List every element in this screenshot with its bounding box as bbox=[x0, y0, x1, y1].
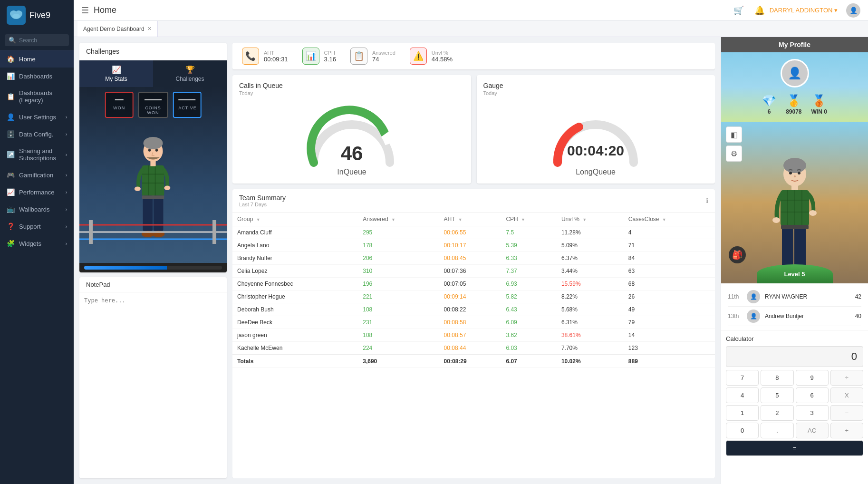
sidebar-item-user-settings[interactable]: 👤 User Settings › bbox=[0, 108, 74, 126]
sidebar-item-support[interactable]: ❓ Support › bbox=[0, 218, 74, 235]
cell-unvl: 11.28% bbox=[557, 226, 624, 239]
sidebar-item-sharing[interactable]: ↗️ Sharing and Subscriptions › bbox=[0, 143, 74, 166]
col-cases[interactable]: CasesClose ▼ bbox=[624, 213, 715, 226]
chevron-right-icon-8: › bbox=[66, 241, 67, 246]
info-icon[interactable]: ℹ bbox=[706, 197, 708, 204]
svg-point-10 bbox=[135, 186, 141, 191]
avatar[interactable]: 👤 bbox=[846, 3, 860, 18]
col-unvl[interactable]: Unvl % ▼ bbox=[557, 213, 624, 226]
calc-btn-9[interactable]: 9 bbox=[796, 370, 829, 386]
longqueue-title: Gauge bbox=[483, 82, 503, 89]
won-badge: — WON bbox=[105, 92, 134, 118]
aht-icon: 📞 bbox=[242, 48, 259, 65]
calc-btn-2[interactable]: 2 bbox=[761, 405, 793, 421]
stat-unvl: ⚠️ Unvl % 44.58% bbox=[410, 48, 453, 65]
user-name-label[interactable]: DARRYL ADDINGTON ▾ bbox=[770, 7, 838, 14]
calc-btn-7[interactable]: 7 bbox=[726, 370, 759, 386]
search-input[interactable] bbox=[19, 37, 65, 44]
col-aht[interactable]: AHT ▼ bbox=[439, 213, 502, 226]
cell-name: Brandy Nuffer bbox=[232, 252, 358, 265]
profile-badges: 💎 6 🥇 89078 🥉 WIN 0 bbox=[762, 94, 827, 115]
sidebar-item-performance[interactable]: 📈 Performance › bbox=[0, 184, 74, 201]
sidebar-item-gamification[interactable]: 🎮 Gamification › bbox=[0, 166, 74, 184]
cell-aht: 00:09:14 bbox=[439, 290, 502, 303]
sidebar-item-dashboards[interactable]: 📊 Dashboards bbox=[0, 68, 74, 85]
calc-btn-4[interactable]: 4 bbox=[726, 387, 759, 403]
cell-name: Amanda Cluff bbox=[232, 226, 358, 239]
calc-btn-divide[interactable]: ÷ bbox=[830, 370, 863, 386]
svg-rect-41 bbox=[782, 225, 793, 268]
svg-point-2 bbox=[143, 137, 163, 149]
tab-my-stats[interactable]: 📈 My Stats bbox=[79, 60, 153, 87]
calc-btn-0[interactable]: 0 bbox=[726, 423, 759, 438]
answered-label: Answered bbox=[372, 50, 395, 56]
totals-unvl: 10.02% bbox=[557, 355, 624, 368]
settings-button[interactable]: ⚙ bbox=[726, 145, 742, 162]
badge-diamond: 💎 6 bbox=[762, 94, 776, 115]
cell-cph: 6.93 bbox=[501, 278, 557, 290]
calc-btn-multiply[interactable]: X bbox=[830, 387, 863, 403]
calc-btn-dot[interactable]: . bbox=[761, 423, 793, 438]
table-row: Deborah Bush 108 00:08:22 6.43 5.68% 49 bbox=[232, 303, 715, 316]
lb-score-ryan: 42 bbox=[855, 293, 861, 300]
cph-icon: 📊 bbox=[302, 48, 319, 65]
cell-cph: 7.5 bbox=[501, 226, 557, 239]
calculator-display: 0 bbox=[726, 346, 863, 367]
tabbar: Agent Demo Dashboard ✕ bbox=[74, 21, 868, 37]
won-value: — bbox=[111, 95, 128, 105]
cell-cph: 7.37 bbox=[501, 265, 557, 278]
cell-answered: 224 bbox=[358, 342, 439, 355]
svg-point-0 bbox=[12, 14, 20, 19]
unvl-value: 44.58% bbox=[432, 56, 453, 63]
table-row: jason green 108 00:08:57 3.62 38.61% 14 bbox=[232, 329, 715, 342]
calc-btn-6[interactable]: 6 bbox=[796, 387, 829, 403]
cell-aht: 00:08:45 bbox=[439, 252, 502, 265]
calc-btn-3[interactable]: 3 bbox=[796, 405, 829, 421]
sidebar-item-home[interactable]: 🏠 Home bbox=[0, 50, 74, 68]
cell-unvl: 15.59% bbox=[557, 278, 624, 290]
tab-close-button[interactable]: ✕ bbox=[147, 26, 152, 32]
cart-icon[interactable]: 🛒 bbox=[733, 5, 744, 16]
tab-challenges[interactable]: 🏆 Challenges bbox=[153, 60, 227, 87]
col-group[interactable]: Group ▼ bbox=[232, 213, 358, 226]
notepad-textarea[interactable] bbox=[79, 292, 227, 359]
lb-name-ryan: RYAN WAGNER bbox=[765, 293, 850, 300]
table-row: Celia Lopez 310 00:07:36 7.37 3.44% 63 bbox=[232, 265, 715, 278]
bronze-icon: 🥉 bbox=[812, 94, 826, 107]
bell-icon[interactable]: 🔔 bbox=[754, 5, 765, 16]
logo-icon bbox=[7, 6, 26, 25]
topbar: ☰ Home 🛒 🔔 DARRYL ADDINGTON ▾ 👤 bbox=[74, 0, 868, 21]
sidebar-item-widgets[interactable]: 🧩 Widgets › bbox=[0, 235, 74, 252]
calc-btn-8[interactable]: 8 bbox=[761, 370, 793, 386]
team-summary-sub: Last 7 Days bbox=[239, 202, 286, 207]
profile-avatar-figure bbox=[759, 150, 830, 283]
active-value: —— bbox=[178, 95, 195, 105]
sidebar-item-dashboards-legacy[interactable]: 📋 Dashboards (Legacy) bbox=[0, 85, 74, 108]
sidebar: Five9 🔍 🏠 Home 📊 Dashboards 📋 Dashboards… bbox=[0, 0, 74, 484]
level-platform: Level 5 bbox=[757, 264, 833, 283]
sidebar-item-data-config[interactable]: 🗄️ Data Config. › bbox=[0, 126, 74, 143]
sidebar-item-gamification-label: Gamification bbox=[19, 172, 53, 179]
calc-btn-minus[interactable]: − bbox=[830, 405, 863, 421]
sidebar-item-performance-label: Performance bbox=[19, 189, 54, 196]
inqueue-title: Calls in Queue bbox=[239, 82, 283, 89]
lb-avatar-andrew: 👤 bbox=[747, 310, 760, 323]
logo-text: Five9 bbox=[29, 10, 50, 20]
hamburger-button[interactable]: ☰ bbox=[81, 5, 89, 16]
col-answered[interactable]: Answered ▼ bbox=[358, 213, 439, 226]
badge-bronze: 🥉 WIN 0 bbox=[811, 94, 827, 115]
toggle-button[interactable]: ◧ bbox=[726, 126, 742, 143]
profile-avatar: 👤 bbox=[781, 59, 809, 87]
col-cph[interactable]: CPH ▼ bbox=[501, 213, 557, 226]
tab-agent-demo[interactable]: Agent Demo Dashboard ✕ bbox=[77, 21, 158, 37]
calc-btn-ac[interactable]: AC bbox=[796, 423, 829, 438]
svg-point-40 bbox=[809, 210, 817, 216]
sidebar-item-wallboards[interactable]: 📺 Wallboards › bbox=[0, 201, 74, 218]
profile-panel-title: My Profile bbox=[721, 37, 868, 52]
calc-btn-1[interactable]: 1 bbox=[726, 405, 759, 421]
calc-btn-equals[interactable]: = bbox=[726, 440, 863, 456]
calc-btn-plus[interactable]: + bbox=[830, 423, 863, 438]
calc-btn-5[interactable]: 5 bbox=[761, 387, 793, 403]
cell-unvl: 7.70% bbox=[557, 342, 624, 355]
svg-rect-21 bbox=[89, 220, 93, 244]
